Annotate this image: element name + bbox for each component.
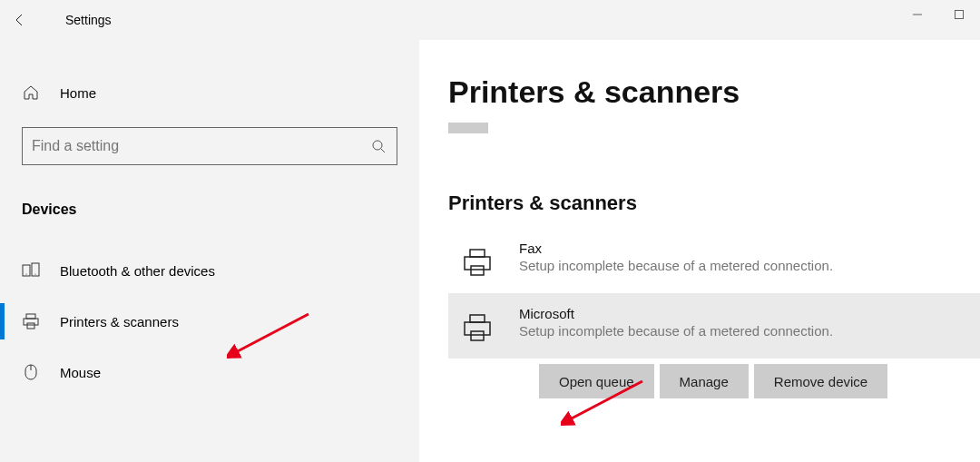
skeleton-bar (448, 123, 488, 133)
sidebar-item-label: Printers & scanners (60, 314, 179, 329)
svg-rect-16 (465, 257, 490, 270)
svg-rect-20 (471, 331, 484, 340)
printer-status: Setup incomplete because of a metered co… (519, 258, 833, 273)
main-content: Printers & scanners Printers & scanners … (419, 40, 980, 462)
svg-rect-18 (470, 315, 485, 322)
open-queue-button[interactable]: Open queue (539, 364, 654, 398)
svg-rect-10 (27, 323, 34, 329)
sidebar-item-label: Mouse (60, 365, 101, 380)
svg-rect-15 (470, 250, 485, 257)
svg-rect-8 (26, 314, 35, 319)
svg-point-6 (25, 273, 26, 274)
sidebar-item-mouse[interactable]: Mouse (0, 347, 419, 398)
minimize-button[interactable] (897, 0, 938, 29)
svg-rect-9 (24, 319, 38, 325)
mouse-icon (22, 363, 40, 381)
printer-icon (459, 244, 495, 280)
svg-point-7 (34, 273, 35, 274)
printer-name: Microsoft (519, 306, 833, 321)
sidebar-item-printers[interactable]: Printers & scanners (0, 296, 419, 347)
printer-icon (459, 310, 495, 346)
svg-line-3 (381, 149, 385, 152)
svg-rect-19 (465, 322, 490, 335)
sidebar-item-label: Bluetooth & other devices (60, 263, 215, 279)
printer-icon (22, 312, 40, 330)
remove-device-button[interactable]: Remove device (754, 364, 887, 398)
home-link[interactable]: Home (0, 74, 419, 111)
category-header: Devices (0, 165, 419, 218)
maximize-button[interactable] (938, 0, 980, 29)
printer-status: Setup incomplete because of a metered co… (519, 323, 833, 339)
search-icon (369, 137, 387, 155)
search-input[interactable] (32, 138, 369, 154)
home-icon (22, 84, 40, 102)
sidebar-item-bluetooth[interactable]: Bluetooth & other devices (0, 245, 419, 296)
svg-rect-17 (471, 266, 484, 275)
manage-button[interactable]: Manage (660, 364, 749, 398)
printer-item-fax[interactable]: Fax Setup incomplete because of a metere… (448, 228, 980, 293)
page-title: Printers & scanners (448, 74, 980, 110)
sidebar: Home Devices Bluetooth & other devices P… (0, 40, 419, 462)
printer-name: Fax (519, 241, 833, 256)
section-header: Printers & scanners (448, 192, 980, 215)
svg-point-2 (373, 141, 382, 150)
back-button[interactable] (0, 0, 40, 40)
svg-rect-1 (956, 11, 964, 19)
bluetooth-devices-icon (22, 261, 40, 280)
printer-item-microsoft[interactable]: Microsoft Setup incomplete because of a … (448, 293, 980, 359)
home-label: Home (60, 85, 96, 101)
titlebar: Settings (0, 0, 980, 40)
search-box[interactable] (22, 127, 397, 165)
window-title: Settings (65, 13, 112, 27)
